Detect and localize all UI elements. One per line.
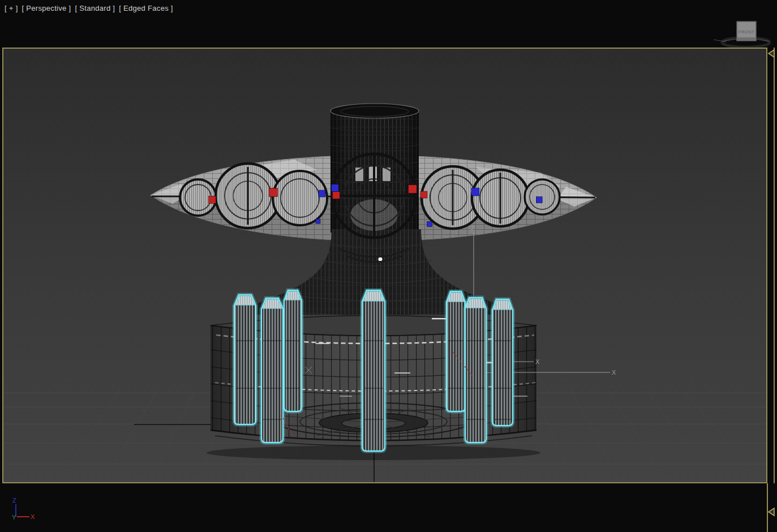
blue-handle	[471, 188, 479, 196]
column-top-rim	[330, 104, 419, 118]
viewport-general-menu[interactable]: [ + ]	[5, 4, 18, 12]
perspective-viewport[interactable]: Z X X Y Y	[2, 48, 767, 483]
selected-cylinder-7[interactable]	[492, 299, 513, 426]
viewport-label: [ + ] [ Perspective ] [ Standard ] [ Edg…	[5, 4, 173, 12]
blue-handle	[427, 222, 432, 227]
viewcube-bottom-edge	[737, 37, 756, 41]
viewport-pov-menu[interactable]: [ Perspective ]	[22, 4, 71, 12]
gizmo-z-label: Z	[471, 225, 475, 231]
selected-cylinder-3[interactable]	[284, 290, 302, 411]
red-handle	[409, 185, 417, 194]
layout-collapse-arrow-bottom[interactable]	[767, 507, 776, 517]
axis-x-label: X	[31, 513, 35, 520]
blue-handle	[536, 197, 543, 203]
selected-cylinder-2[interactable]	[261, 298, 283, 443]
gizmo-x-label: X	[535, 358, 540, 365]
selected-cylinder-4[interactable]	[362, 290, 385, 451]
gizmo-x-label-2: X	[612, 369, 616, 376]
blue-handle	[316, 219, 320, 224]
world-axis-tripod: Z Y X	[8, 492, 48, 525]
center-hub-ring	[332, 154, 417, 238]
specular-dot	[379, 258, 383, 261]
red-handle	[333, 192, 340, 199]
viewcube[interactable]: FRONT	[712, 16, 777, 51]
viewport-shading-menu[interactable]: [ Edged Faces ]	[119, 4, 173, 12]
red-handle	[269, 188, 278, 197]
red-handle	[420, 191, 427, 198]
blue-handle	[332, 185, 339, 192]
layout-collapse-arrow-top[interactable]	[767, 49, 776, 59]
selected-cylinders	[234, 290, 513, 451]
viewport-right-rail	[774, 48, 775, 483]
viewcube-front-label: FRONT	[739, 29, 754, 35]
axis-y-label: Y	[12, 514, 16, 521]
selected-cylinder-5[interactable]	[447, 291, 465, 411]
axis-z-label: Z	[12, 497, 16, 504]
red-handle	[209, 196, 216, 204]
max-viewport-screenshot: { "header": { "menus": [ {"id": "general…	[0, 0, 777, 532]
selected-cylinder-6[interactable]	[465, 298, 486, 443]
selected-cylinder-1[interactable]	[234, 295, 256, 424]
blue-handle	[319, 190, 325, 197]
viewport-renderer-menu[interactable]: [ Standard ]	[75, 4, 115, 12]
